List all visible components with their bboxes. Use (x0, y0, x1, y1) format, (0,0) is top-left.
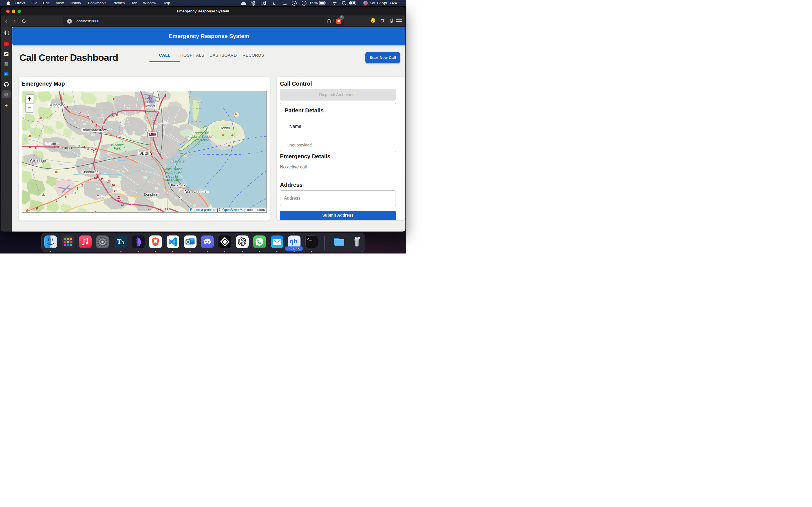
svg-text:5: 5 (36, 207, 38, 210)
svg-text:Island Special: Island Special (191, 135, 212, 138)
svg-text:7: 7 (93, 150, 95, 153)
svg-text:Celbridge: Celbridge (30, 159, 46, 163)
svg-text:Lucan: Lucan (62, 146, 71, 150)
svg-text:2: 2 (87, 147, 89, 151)
svg-text:4: 4 (79, 112, 81, 115)
svg-text:1: 1 (96, 175, 98, 178)
svg-text:4: 4 (64, 195, 66, 199)
svg-text:M50: M50 (149, 133, 156, 136)
svg-text:Dún Laoghaire: Dún Laoghaire (185, 189, 208, 194)
svg-text:12: 12 (117, 200, 121, 203)
svg-text:3: 3 (156, 113, 158, 116)
svg-text:Howth: Howth (219, 126, 230, 130)
svg-text:Area: Area (198, 142, 206, 146)
svg-text:4: 4 (66, 105, 68, 108)
svg-text:Blanchardstown: Blanchardstown (82, 128, 108, 132)
svg-text:Clondalkin: Clondalkin (81, 170, 98, 174)
svg-text:Leixlip: Leixlip (45, 142, 56, 146)
svg-text:2: 2 (77, 187, 79, 190)
svg-text:6: 6 (35, 146, 37, 149)
svg-text:Airport: Airport (144, 104, 155, 108)
svg-text:2: 2 (112, 98, 114, 101)
svg-text:5: 5 (60, 96, 62, 100)
svg-text:Protection: Protection (194, 138, 209, 142)
svg-text:10: 10 (107, 180, 111, 183)
svg-text:5: 5 (57, 145, 59, 149)
svg-text:1: 1 (95, 147, 97, 150)
svg-text:North Bull: North Bull (194, 131, 209, 135)
svg-text:9: 9 (101, 177, 103, 180)
svg-text:Tallaght: Tallaght (97, 194, 109, 199)
svg-text:13: 13 (165, 208, 168, 211)
svg-text:5: 5 (116, 113, 118, 116)
svg-text:Dublin: Dublin (138, 151, 152, 156)
svg-text:3: 3 (78, 145, 80, 148)
svg-text:13: 13 (148, 209, 151, 212)
svg-text:3: 3 (92, 120, 93, 123)
svg-text:Dunboyne: Dunboyne (49, 103, 65, 107)
svg-text:1a: 1a (88, 178, 91, 182)
svg-text:Park: Park (114, 147, 121, 151)
svg-text:2: 2 (164, 94, 166, 97)
svg-text:Conservation: Conservation (162, 178, 183, 182)
svg-text:3: 3 (153, 109, 154, 113)
svg-text:2: 2 (95, 124, 97, 127)
svg-text:1: 1 (160, 101, 162, 104)
svg-text:10: 10 (111, 184, 115, 187)
svg-text:2: 2 (154, 116, 156, 120)
svg-text:5: 5 (112, 114, 114, 118)
svg-text:4: 4 (55, 199, 57, 202)
svg-text:Dundrum: Dundrum (144, 192, 159, 196)
svg-text:12: 12 (121, 203, 124, 207)
svg-text:Area of: Area of (167, 175, 178, 179)
svg-text:11: 11 (114, 189, 117, 193)
svg-text:14: 14 (158, 207, 161, 210)
svg-text:Bay Special: Bay Special (163, 171, 182, 175)
svg-text:2: 2 (153, 120, 155, 123)
svg-text:1: 1 (112, 111, 114, 114)
svg-text:South Dublin: South Dublin (163, 167, 182, 171)
svg-text:4: 4 (144, 110, 146, 113)
svg-text:Phoenix: Phoenix (111, 143, 123, 147)
svg-text:3: 3 (74, 191, 75, 194)
svg-text:11: 11 (117, 196, 120, 199)
svg-text:2: 2 (81, 184, 83, 187)
svg-text:6: 6 (29, 145, 31, 149)
svg-text:2a: 2a (81, 145, 85, 149)
svg-text:Blackrock: Blackrock (169, 183, 186, 187)
svg-text:3: 3 (87, 115, 89, 119)
svg-text:Dublin: Dublin (145, 100, 154, 104)
svg-text:Leinster: Leinster (172, 159, 186, 163)
